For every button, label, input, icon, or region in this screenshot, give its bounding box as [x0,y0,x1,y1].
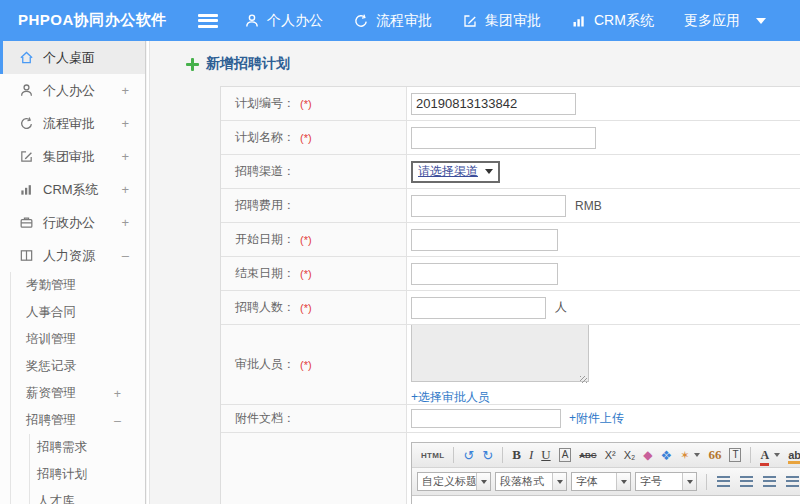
chevron-down-icon [756,18,766,24]
nav-more-apps[interactable]: 更多应用 [684,12,766,30]
start-date-input[interactable] [411,229,558,251]
undo-icon[interactable]: ↺ [463,448,474,463]
attachment-upload-link[interactable]: +附件上传 [569,410,624,427]
field-label: 附件文档： [235,410,295,427]
sidebar-item-recruitment[interactable]: 招聘管理 – [11,407,145,434]
edit-icon [462,13,478,29]
sidebar-item-admin-office[interactable]: 行政办公 + [0,206,145,239]
nav-personal-office[interactable]: 个人办公 [244,12,323,30]
sidebar-item-talent-pool[interactable]: 人才库 [30,488,145,504]
redo-icon[interactable]: ↻ [482,448,493,463]
add-icon [186,58,199,71]
sidebar-item-attendance[interactable]: 考勤管理 [11,272,145,299]
font-border-button[interactable]: A [559,448,572,462]
nav-group-approval[interactable]: 集团审批 [462,12,541,30]
align-right-icon[interactable] [763,476,776,487]
sidebar-item-rewards[interactable]: 奖惩记录 [11,353,145,380]
font-family-select[interactable]: 字体 [571,472,631,491]
align-left-icon[interactable] [717,476,730,487]
edit-icon [19,149,34,164]
expand-plus-icon[interactable]: + [121,182,129,197]
custom-heading-select[interactable]: 自定义标题 [417,472,491,491]
nav-crm-system[interactable]: CRM系统 [571,12,654,30]
paragraph-format-select[interactable]: 段落格式 [495,472,567,491]
sidebar-item-crm[interactable]: CRM系统 + [0,173,145,206]
align-justify-icon[interactable] [786,476,799,487]
strikethrough-button[interactable]: ABC [579,451,596,460]
field-label: 招聘渠道： [235,163,295,180]
sidebar-item-salary[interactable]: 薪资管理 + [11,380,145,407]
expand-plus-icon[interactable]: + [121,215,129,230]
form-row-channel: 招聘渠道： 请选择渠道 [221,155,800,189]
page-title: 新增招聘计划 [186,55,800,73]
nav-label: CRM系统 [594,12,654,30]
approver-textarea[interactable] [411,325,589,382]
headcount-input[interactable] [411,297,546,319]
sidebar-item-personal-office[interactable]: 个人办公 + [0,74,145,107]
required-mark: (*) [300,302,312,314]
form-row-fee: 招聘费用： RMB [221,189,800,223]
nav-label: 集团审批 [485,12,541,30]
editor-toolbar-row2: 自定义标题 段落格式 字体 字号 [412,468,800,496]
select-approver-link[interactable]: +选择审批人员 [411,389,490,405]
italic-button[interactable]: I [529,447,533,463]
briefcase-icon [19,215,34,230]
plan-name-input[interactable] [411,127,596,149]
collapse-minus-icon[interactable]: – [114,414,145,428]
sidebar-item-recruit-plan[interactable]: 招聘计划 [30,461,145,488]
expand-plus-icon[interactable]: + [121,149,129,164]
expand-plus-icon[interactable]: + [114,387,145,401]
sidebar-item-desktop[interactable]: 个人桌面 [0,41,145,74]
plan-no-input[interactable] [411,93,576,115]
subscript-button[interactable]: X₂ [624,449,636,461]
underline-button[interactable]: U [541,447,550,463]
blockquote-icon[interactable]: 66 [708,447,721,463]
paste-text-icon[interactable]: T [729,448,741,462]
font-size-select[interactable]: 字号 [635,472,697,491]
attachment-input[interactable] [411,409,561,428]
expand-plus-icon[interactable]: + [121,83,129,98]
form-row-plan-name: 计划名称： (*) [221,121,800,155]
eraser-icon[interactable]: ◆ [643,448,652,462]
recruit-plan-form: 计划编号： (*) 计划名称： (*) 招聘渠道： [220,86,800,504]
sidebar-item-training[interactable]: 培训管理 [11,326,145,353]
sidebar-item-workflow-approval[interactable]: 流程审批 + [0,107,145,140]
rich-text-editor: HTML ↺ ↻ B I U A ABC X² X₂ ◆ [411,442,800,504]
sidebar-submenu-hr: 考勤管理 人事合同 培训管理 奖惩记录 薪资管理 + 招聘管理 – 招聘需求 [10,272,145,504]
font-color-button[interactable]: A [760,448,769,463]
fee-unit: RMB [575,199,602,213]
collapse-minus-icon[interactable]: – [122,248,129,263]
brand-title: PHPOA协同办公软件 [0,11,176,30]
menu-toggle-icon[interactable] [198,14,218,28]
bar-chart-icon [19,182,34,197]
sidebar-item-hr[interactable]: 人力资源 – [0,239,145,272]
sidebar-item-recruit-demand[interactable]: 招聘需求 [30,434,145,461]
end-date-input[interactable] [411,263,558,285]
channel-select[interactable]: 请选择渠道 [411,161,500,183]
highlight-color-button[interactable]: ab [788,449,800,461]
align-center-icon[interactable] [740,476,753,487]
field-label: 招聘费用： [235,197,295,214]
bold-button[interactable]: B [512,447,521,463]
paint-format-icon[interactable]: ✶ [680,449,689,462]
field-label: 招聘人数： [235,299,295,316]
superscript-button[interactable]: X² [605,449,616,461]
form-row-start-date: 开始日期： (*) [221,223,800,257]
html-source-button[interactable]: HTML [421,451,444,460]
chevron-down-icon[interactable] [774,453,780,457]
chevron-down-icon [682,473,696,490]
sidebar-item-group-approval[interactable]: 集团审批 + [0,140,145,173]
expand-plus-icon[interactable]: + [121,116,129,131]
sidebar-submenu-recruitment: 招聘需求 招聘计划 人才库 [29,434,145,504]
chevron-down-icon [485,169,493,174]
nav-workflow-approval[interactable]: 流程审批 [353,12,432,30]
history-icon [353,13,369,29]
home-icon [19,50,34,65]
fee-input[interactable] [411,195,566,217]
editor-content-area[interactable] [412,496,800,504]
chevron-down-icon[interactable] [694,453,700,457]
sidebar-item-hr-contract[interactable]: 人事合同 [11,299,145,326]
format-brush-icon[interactable]: ❖ [661,448,673,463]
form-row-approver: 审批人员： (*) +选择审批人员 [221,325,800,405]
required-mark: (*) [300,234,312,246]
